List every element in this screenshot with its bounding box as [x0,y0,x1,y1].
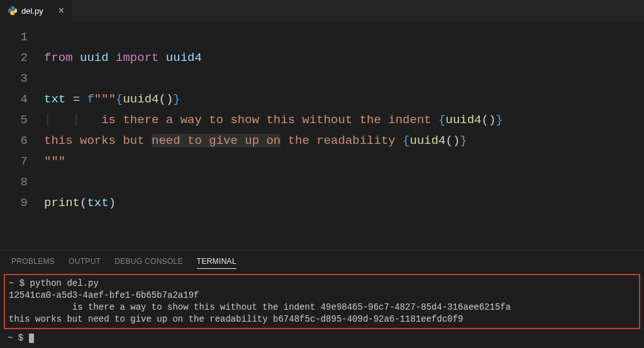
tab-terminal[interactable]: TERMINAL [197,257,236,269]
tab-label: del.py [21,6,43,16]
tab-del-py[interactable]: del.py × [0,0,72,21]
tab-debug-console[interactable]: DEBUG CONSOLE [114,257,183,269]
tab-output[interactable]: OUTPUT [69,257,101,269]
terminal-output[interactable]: ~ $ python del.py 12541ca0-a5d3-4aef-bfe… [9,278,635,325]
line-number-gutter: 1 2 3 4 5 6 7 8 9 [0,27,44,250]
code-editor[interactable]: 1 2 3 4 5 6 7 8 9 from uuid import uuid4… [0,22,644,250]
python-file-icon [8,6,18,16]
terminal-output-highlight: ~ $ python del.py 12541ca0-a5d3-4aef-bfe… [4,274,640,329]
close-icon[interactable]: × [58,5,64,16]
panel-tab-bar: PROBLEMS OUTPUT DEBUG CONSOLE TERMINAL [0,251,644,273]
code-content: from uuid import uuid4 txt = f"""{uuid4(… [44,27,644,250]
terminal-cursor [29,334,34,343]
tab-bar: del.py × [0,0,644,22]
terminal-prompt[interactable]: ~ $ [0,330,644,348]
tab-problems[interactable]: PROBLEMS [11,257,55,269]
